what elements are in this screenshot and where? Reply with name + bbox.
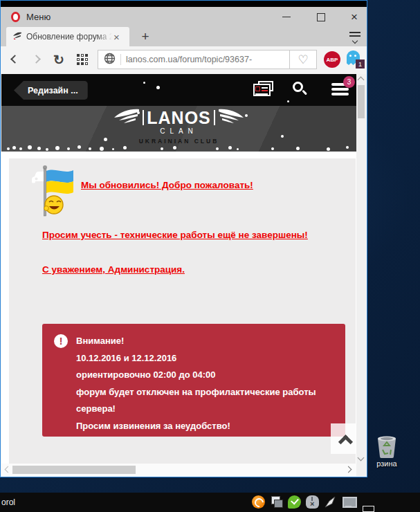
alert-line: ориентировочно 02:00 до 04:00 — [76, 367, 316, 384]
snow-dot — [19, 147, 22, 150]
wing-right-icon — [218, 109, 244, 127]
snow-dot — [156, 86, 160, 89]
lanos-clan-logo[interactable]: LANOS CLAN UKRAINIAN CLUB — [1, 109, 356, 145]
close-button[interactable]: × — [343, 7, 366, 27]
notification-badge: 3 — [343, 76, 355, 88]
forward-icon[interactable] — [32, 55, 41, 64]
tab-close-icon[interactable]: × — [113, 32, 120, 42]
scroll-left-icon[interactable] — [5, 466, 12, 473]
browser-toolbar: ↻ lanos.com.ua/forum/topic/93637- ♡ ABP … — [1, 46, 367, 73]
tray-windows-app-icon[interactable] — [270, 495, 283, 509]
snow-dot — [137, 111, 140, 114]
logo-caption: UKRAINIAN CLUB — [1, 138, 356, 145]
globe-icon[interactable] — [104, 53, 116, 67]
vertical-scrollbar[interactable] — [356, 74, 366, 464]
logo-bar — [214, 110, 216, 125]
snow-dot — [281, 135, 284, 138]
scroll-up-icon[interactable] — [358, 77, 365, 84]
snow-dot — [104, 138, 107, 141]
ukraine-flag-smiley-icon — [40, 165, 75, 223]
speed-dial-icon[interactable] — [77, 54, 89, 66]
snow-dot — [37, 147, 41, 150]
snow-dot — [67, 147, 70, 150]
recycle-bin-shortcut[interactable]: рзина — [369, 433, 404, 468]
snow-dot — [287, 100, 289, 102]
tray-orange-app-icon[interactable] — [252, 495, 265, 509]
snow-dot — [228, 146, 232, 149]
opera-menu-label[interactable]: Меню — [26, 12, 51, 22]
address-separator — [120, 54, 121, 65]
window-top-strip — [1, 1, 367, 7]
forum-top-bar: Редизайн ... 3 — [1, 74, 356, 106]
logo-title: LANOS — [147, 109, 211, 127]
back-icon[interactable] — [10, 55, 19, 64]
new-tab-button[interactable]: + — [136, 28, 154, 46]
snow-dot — [112, 148, 114, 150]
tab-favicon-icon — [12, 30, 22, 43]
snow-dot — [346, 146, 349, 149]
maintenance-alert-box: ! Внимание! 10.12.2016 и 12.12.2016 орие… — [42, 324, 345, 437]
reload-icon[interactable]: ↻ — [53, 52, 64, 68]
taskbar-app-label[interactable]: orol — [1, 497, 15, 507]
tab-active[interactable]: Обновление форума 2016 × — [6, 27, 129, 46]
alert-line: сервера! — [76, 401, 316, 418]
link-signature[interactable]: С уважением, Администрация. — [42, 264, 185, 275]
system-tray — [252, 495, 355, 509]
chevron-up-icon — [338, 435, 353, 449]
opera-menu-icon[interactable] — [11, 12, 20, 22]
tab-menu-icon[interactable] — [349, 32, 360, 43]
news-icon[interactable] — [253, 81, 274, 98]
alert-line: Просим извинения за неудобство! — [76, 418, 316, 435]
alert-line: 10.12.2016 и 12.12.2016 — [76, 350, 316, 367]
tray-outline-icon[interactable] — [363, 506, 374, 512]
link-welcome[interactable]: Мы обновились! Добро пожаловать! — [81, 180, 253, 190]
snow-dot — [77, 145, 81, 149]
tray-pen-arrow-icon[interactable] — [324, 495, 337, 509]
bookmark-heart-button[interactable]: ♡ — [289, 50, 317, 69]
horizontal-scroll-thumb[interactable] — [12, 466, 136, 474]
tray-mouse-icon[interactable] — [306, 495, 319, 509]
tab-title: Обновление форума 2016 — [26, 32, 112, 42]
forum-banner: LANOS CLAN UKRAINIAN CLUB — [1, 106, 356, 152]
page-viewport: Редизайн ... 3 — [1, 74, 366, 476]
logo-subtitle: CLAN — [1, 127, 356, 135]
taskbar[interactable]: orol — [0, 493, 420, 512]
snow-dot — [173, 146, 176, 149]
wing-left-icon — [113, 109, 140, 127]
snow-dot — [100, 147, 104, 151]
snow-dot — [89, 147, 91, 150]
maximize-button[interactable] — [309, 7, 333, 27]
snow-dot — [327, 147, 330, 151]
search-icon[interactable] — [293, 82, 303, 92]
scroll-to-top-button[interactable] — [331, 423, 356, 454]
adblock-extension-icon[interactable]: ABP — [324, 51, 340, 68]
topic-back-button[interactable]: Редизайн ... — [14, 81, 88, 100]
snow-dot — [245, 114, 248, 117]
tray-green-check-icon[interactable] — [288, 495, 301, 509]
snow-dot — [12, 146, 16, 149]
snow-dot — [143, 82, 145, 84]
alert-line: Внимание! — [76, 333, 316, 350]
snow-dot — [161, 147, 163, 150]
snow-dot — [46, 148, 48, 151]
browser-window: Меню × Обновление форума 2016 × + ↻ — [0, 0, 367, 477]
url-text[interactable]: lanos.com.ua/forum/topic/93637- — [126, 55, 252, 64]
window-titlebar[interactable]: Меню × — [1, 7, 367, 27]
address-bar[interactable]: lanos.com.ua/forum/topic/93637- — [98, 50, 290, 69]
alert-line: форум будет отключен на профилактические… — [76, 384, 316, 401]
scroll-right-icon[interactable] — [345, 466, 352, 473]
snow-dot — [237, 148, 239, 150]
horizontal-scrollbar[interactable] — [1, 464, 356, 476]
exclamation-icon: ! — [54, 334, 68, 348]
link-technical-notice[interactable]: Просим учесть - технические работы ещё н… — [42, 230, 308, 240]
snow-dot — [123, 146, 127, 149]
logo-bar — [143, 110, 145, 125]
scrollbar-corner — [356, 464, 366, 476]
vertical-scroll-thumb[interactable] — [358, 85, 365, 118]
scroll-down-icon[interactable] — [358, 455, 365, 461]
minimize-button[interactable] — [275, 7, 298, 27]
snow-dot — [216, 147, 219, 150]
snow-dot — [296, 147, 300, 150]
ghostery-badge: 1 — [356, 60, 365, 68]
tray-display-icon[interactable] — [342, 495, 355, 509]
